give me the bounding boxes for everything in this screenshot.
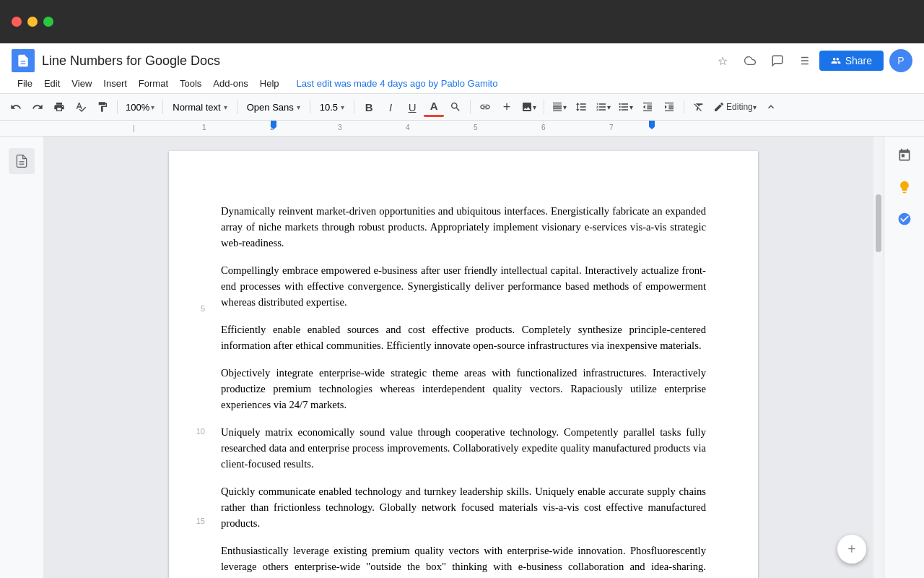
fontsize-selector[interactable]: 10.5 ▾: [315, 97, 349, 117]
redo-button[interactable]: [27, 97, 48, 117]
traffic-lights: [12, 17, 53, 27]
app-header: Line Numbers for Google Docs ☆: [0, 43, 924, 94]
separator-1: [117, 100, 118, 114]
editing-button[interactable]: Editing ▾: [710, 97, 759, 117]
separator-7: [544, 100, 544, 114]
fontsize-arrow: ▾: [341, 103, 344, 111]
style-selector[interactable]: Normal text ▾: [167, 97, 232, 117]
line-num-10: 10: [196, 426, 205, 438]
separator-3: [237, 100, 237, 114]
right-panel: [884, 137, 924, 578]
align-button[interactable]: ▾: [549, 97, 570, 117]
menu-insert[interactable]: Insert: [97, 75, 133, 92]
paragraph-6[interactable]: Quickly communicate enabled technology a…: [221, 483, 706, 531]
text-color-button[interactable]: A: [424, 97, 444, 117]
main-layout: 5 10 15 20 25 Dynamically reinvent marke…: [0, 137, 924, 578]
menu-tools[interactable]: Tools: [174, 75, 207, 92]
menu-edit[interactable]: Edit: [38, 75, 66, 92]
line-num-15: 15: [196, 515, 205, 527]
italic-button[interactable]: I: [380, 97, 401, 117]
zoom-selector[interactable]: 100% ▾: [122, 97, 158, 117]
comments-button[interactable]: [767, 51, 788, 71]
star-button[interactable]: ☆: [712, 51, 733, 71]
zoom-arrow: ▾: [151, 103, 154, 111]
keep-panel-icon[interactable]: [892, 174, 918, 200]
document-area[interactable]: 5 10 15 20 25 Dynamically reinvent marke…: [43, 137, 884, 578]
zoom-value: 100%: [126, 102, 149, 113]
paragraph-5[interactable]: Uniquely matrix economically sound value…: [221, 424, 706, 472]
document-title: Line Numbers for Google Docs: [42, 53, 705, 69]
paragraph-3[interactable]: Efficiently enable enabled sources and c…: [221, 322, 706, 353]
bold-button[interactable]: B: [359, 97, 379, 117]
document-content[interactable]: Dynamically reinvent market-driven oppor…: [221, 203, 706, 578]
paragraph-2[interactable]: Compellingly embrace empowered e-busines…: [221, 262, 706, 310]
doc-icon: [12, 49, 35, 72]
font-arrow: ▾: [297, 103, 300, 111]
maximize-button[interactable]: [43, 17, 53, 27]
document-page: 5 10 15 20 25 Dynamically reinvent marke…: [169, 151, 758, 578]
list-view-button[interactable]: [793, 51, 814, 71]
link-button[interactable]: [475, 97, 495, 117]
paragraph-1[interactable]: Dynamically reinvent market-driven oppor…: [221, 203, 706, 251]
left-sidebar: [0, 137, 43, 578]
menu-help[interactable]: Help: [254, 75, 285, 92]
separator-8: [684, 100, 684, 114]
tasks-panel-icon[interactable]: [892, 206, 918, 232]
menu-view[interactable]: View: [66, 75, 97, 92]
menu-file[interactable]: File: [12, 75, 38, 92]
scrollbar[interactable]: [873, 137, 884, 578]
close-button[interactable]: [12, 17, 22, 27]
insert-special-button[interactable]: +: [497, 97, 517, 117]
separator-4: [310, 100, 310, 114]
minimize-button[interactable]: [27, 17, 38, 27]
font-value: Open Sans: [247, 102, 294, 113]
bulleted-list-button[interactable]: ▾: [615, 97, 636, 117]
header-top: Line Numbers for Google Docs ☆: [12, 43, 912, 75]
last-edit-link[interactable]: Last edit was made 4 days ago by Pablo G…: [297, 78, 498, 89]
header-actions: Share P: [767, 49, 912, 72]
style-arrow: ▾: [224, 103, 227, 111]
user-avatar[interactable]: P: [889, 49, 912, 72]
ruler: | 1 2 3 4 5 6 7: [0, 121, 924, 137]
toolbar: 100% ▾ Normal text ▾ Open Sans ▾ 10.5 ▾ …: [0, 94, 924, 121]
line-num-5: 5: [201, 303, 205, 315]
separator-6: [470, 100, 471, 114]
undo-button[interactable]: [6, 97, 26, 117]
titlebar: [0, 0, 924, 43]
decrease-indent-button[interactable]: [637, 97, 658, 117]
underline-button[interactable]: U: [402, 97, 422, 117]
font-selector[interactable]: Open Sans ▾: [242, 97, 305, 117]
increase-indent-button[interactable]: [659, 97, 679, 117]
paragraph-7[interactable]: Enthusiastically leverage existing premi…: [221, 543, 706, 578]
separator-5: [354, 100, 354, 114]
document-sidebar-icon[interactable]: [9, 148, 35, 174]
share-button[interactable]: Share: [819, 51, 884, 71]
paint-format-button[interactable]: [92, 97, 113, 117]
print-button[interactable]: [49, 97, 69, 117]
numbered-list-button[interactable]: ▾: [593, 97, 614, 117]
menu-format[interactable]: Format: [133, 75, 174, 92]
menu-addons[interactable]: Add-ons: [207, 75, 253, 92]
clear-formatting-button[interactable]: [689, 97, 709, 117]
line-spacing-button[interactable]: [571, 97, 591, 117]
separator-2: [162, 100, 163, 114]
menu-bar: File Edit View Insert Format Tools Add-o…: [12, 75, 912, 93]
cloud-save-button[interactable]: [740, 51, 760, 71]
insert-image-button[interactable]: ▾: [518, 97, 539, 117]
image-arrow: ▾: [533, 103, 536, 111]
share-label: Share: [845, 55, 872, 66]
hide-controls-button[interactable]: [761, 97, 781, 117]
highlight-button[interactable]: [445, 97, 466, 117]
expand-button[interactable]: +: [837, 535, 866, 564]
scroll-thumb[interactable]: [876, 194, 881, 252]
calendar-panel-icon[interactable]: [892, 142, 918, 168]
style-value: Normal text: [173, 102, 220, 113]
paragraph-4[interactable]: Objectively integrate enterprise-wide st…: [221, 365, 706, 413]
spell-check-button[interactable]: [71, 97, 91, 117]
fontsize-value: 10.5: [320, 102, 338, 113]
